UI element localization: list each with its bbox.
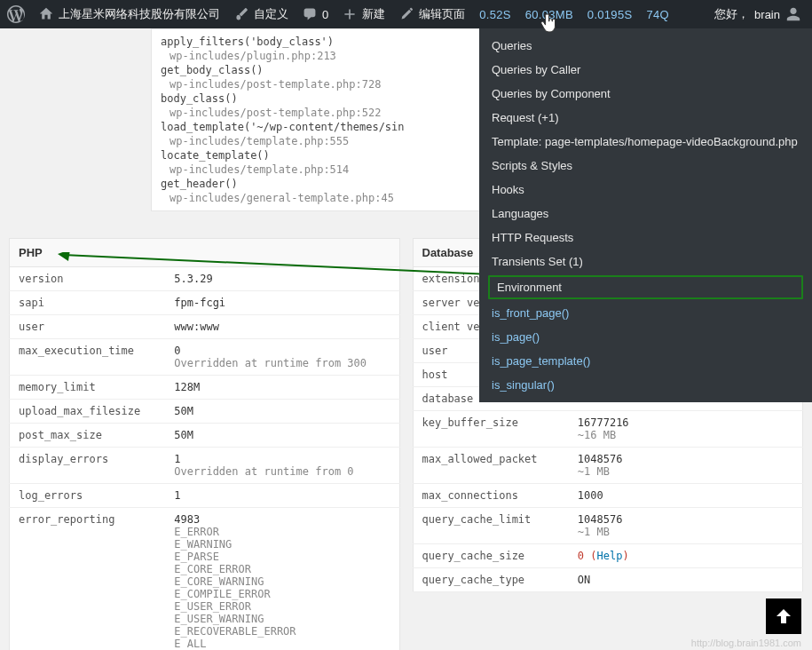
new-label: 新建	[362, 6, 385, 22]
db-value-sub: ~1 MB	[578, 526, 793, 538]
qm-dropdown-item[interactable]: Queries by Component	[479, 82, 812, 106]
php-value-sub: E_ERROR	[174, 526, 390, 538]
qm-db-time[interactable]: 0.0195S	[580, 0, 640, 28]
db-key: max_connections	[413, 484, 569, 508]
qm-dropdown-item[interactable]: Transients Set (1)	[479, 250, 812, 273]
home-icon	[39, 7, 53, 21]
table-row: query_cache_limit1048576~1 MB	[413, 508, 803, 544]
php-value-sub: E_PARSE	[174, 551, 390, 563]
php-key: display_errors	[10, 448, 166, 484]
db-key: query_cache_size	[413, 544, 569, 568]
wordpress-logo-icon	[7, 5, 25, 23]
qm-dropdown-item[interactable]: is_singular()	[479, 373, 812, 397]
php-value: fpm-fcgi	[165, 291, 399, 315]
customize-label: 自定义	[254, 6, 288, 22]
php-value-sub: E_USER_ERROR	[174, 600, 390, 613]
qm-dropdown-item[interactable]: Hooks	[479, 178, 812, 202]
php-key: sapi	[10, 291, 166, 315]
table-row: version5.3.29	[10, 267, 400, 291]
watermark: http://blog.brain1981.com	[691, 638, 801, 648]
qm-dropdown-item[interactable]: HTTP Requests	[479, 226, 812, 250]
qm-time[interactable]: 0.52S	[472, 0, 517, 28]
db-value: ON	[569, 568, 803, 592]
php-key: log_errors	[10, 484, 166, 508]
php-value-sub: E_CORE_ERROR	[174, 563, 390, 575]
db-value-sub: ~1 MB	[578, 465, 793, 478]
table-row: max_allowed_packet1048576~1 MB	[413, 448, 803, 484]
php-value: 5.3.29	[165, 267, 399, 291]
db-value-sub: ~16 MB	[578, 429, 793, 441]
php-value-sub: E_WARNING	[174, 538, 390, 551]
php-value: 1Overridden at runtime from 0	[165, 448, 399, 484]
table-row: log_errors1	[10, 484, 400, 508]
php-key: version	[10, 267, 166, 291]
comments-button[interactable]: 0	[296, 0, 335, 28]
arrow-up-icon	[773, 606, 794, 627]
php-panel: PHP version5.3.29sapifpm-fcgiuserwww:www…	[9, 238, 400, 650]
php-value: 4983E_ERRORE_WARNINGE_PARSEE_CORE_ERRORE…	[165, 508, 399, 651]
php-value: 0Overridden at runtime from 300	[165, 339, 399, 376]
table-row: sapifpm-fcgi	[10, 291, 400, 315]
back-to-top-button[interactable]	[766, 598, 801, 634]
qm-dropdown-item[interactable]: Queries	[479, 34, 812, 58]
db-key: query_cache_limit	[413, 508, 569, 544]
table-row: memory_limit128M	[10, 376, 400, 400]
table-row: upload_max_filesize50M	[10, 400, 400, 424]
comment-icon	[303, 7, 317, 21]
comments-count: 0	[322, 8, 328, 21]
php-value: www:www	[165, 315, 399, 339]
qm-dropdown-item[interactable]: Template: page-templates/homepage-videoB…	[479, 130, 812, 154]
qm-dropdown-item[interactable]: Queries by Caller	[479, 58, 812, 82]
qm-dropdown: QueriesQueries by CallerQueries by Compo…	[479, 28, 812, 402]
table-row: query_cache_size0 (Help)	[413, 544, 803, 568]
php-key: user	[10, 315, 166, 339]
edit-page-button[interactable]: 编辑页面	[392, 0, 472, 28]
php-value: 1	[165, 484, 399, 508]
avatar-icon	[785, 6, 801, 22]
php-value-sub: Overridden at runtime from 0	[174, 465, 390, 478]
plus-icon	[343, 7, 357, 21]
qm-query-count[interactable]: 74Q	[639, 0, 675, 28]
php-key: error_reporting	[10, 508, 166, 651]
php-value-sub: E_COMPILE_ERROR	[174, 588, 390, 600]
greeting-text: 您好，	[714, 6, 749, 22]
db-value: 1048576~1 MB	[569, 508, 803, 544]
db-value: 1000	[569, 484, 803, 508]
qm-dropdown-item[interactable]: Languages	[479, 202, 812, 226]
help-link[interactable]: Help	[596, 550, 622, 562]
user-greeting[interactable]: 您好， brain	[707, 0, 808, 28]
php-heading: PHP	[10, 239, 400, 267]
qm-dropdown-item[interactable]: Scripts & Styles	[479, 154, 812, 178]
php-value-sub: E_USER_WARNING	[174, 613, 390, 625]
wp-logo-button[interactable]	[0, 0, 32, 28]
table-row: query_cache_typeON	[413, 568, 803, 592]
table-row: display_errors1Overridden at runtime fro…	[10, 448, 400, 484]
qm-dropdown-item[interactable]: is_page_template()	[479, 349, 812, 373]
brush-icon	[234, 7, 248, 21]
db-key: key_buffer_size	[413, 411, 569, 448]
username: brain	[754, 8, 780, 21]
table-row: post_max_size50M	[10, 424, 400, 448]
qm-dropdown-item[interactable]: is_front_page()	[479, 301, 812, 325]
php-table: PHP version5.3.29sapifpm-fcgiuserwww:www…	[9, 238, 400, 650]
edit-page-label: 编辑页面	[419, 6, 465, 22]
qm-dropdown-item[interactable]: Environment	[488, 275, 803, 299]
php-value-sub: E ALL	[174, 638, 390, 650]
php-value-sub: E_RECOVERABLE_ERROR	[174, 625, 390, 638]
db-key: max_allowed_packet	[413, 448, 569, 484]
site-title-label: 上海星米网络科技股份有限公司	[59, 6, 220, 22]
php-value: 128M	[165, 376, 399, 400]
php-key: post_max_size	[10, 424, 166, 448]
db-value: 1048576~1 MB	[569, 448, 803, 484]
php-key: upload_max_filesize	[10, 400, 166, 424]
table-row: max_connections1000	[413, 484, 803, 508]
php-value: 50M	[165, 400, 399, 424]
qm-dropdown-item[interactable]: is_page()	[479, 325, 812, 349]
qm-memory[interactable]: 60.03MB	[518, 0, 580, 28]
new-button[interactable]: 新建	[335, 0, 392, 28]
site-title-button[interactable]: 上海星米网络科技股份有限公司	[32, 0, 227, 28]
db-value: 0 (Help)	[569, 544, 803, 568]
customize-button[interactable]: 自定义	[227, 0, 296, 28]
wp-admin-bar: 上海星米网络科技股份有限公司 自定义 0 新建 编辑页面 0.52S 60.03…	[0, 0, 812, 28]
qm-dropdown-item[interactable]: Request (+1)	[479, 106, 812, 130]
